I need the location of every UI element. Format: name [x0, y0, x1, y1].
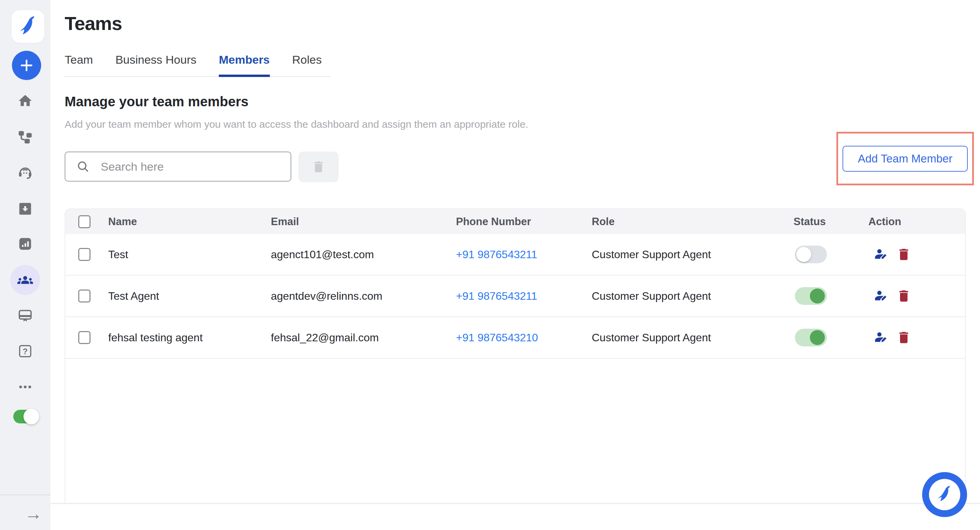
svg-text:?: ? — [23, 347, 28, 356]
sidebar-divider — [0, 495, 50, 495]
sidebar-item-support-agent[interactable] — [0, 158, 50, 188]
toggle-knob — [810, 330, 825, 345]
section-description: Add your team member whom you want to ac… — [65, 118, 528, 130]
sidebar-item-subscription[interactable] — [0, 301, 50, 331]
help-icon: ? — [18, 343, 33, 359]
trash-icon — [311, 160, 326, 174]
section-heading: Manage your team members — [65, 94, 248, 109]
status-toggle[interactable] — [795, 246, 827, 263]
table-row: Test Agent agentdev@relinns.com +91 9876… — [65, 276, 965, 317]
bot-status-toggle[interactable] — [13, 410, 38, 423]
sidebar-item-more[interactable] — [0, 372, 50, 402]
more-dots-icon — [18, 379, 33, 395]
member-role: Customer Support Agent — [592, 331, 794, 344]
penguin-icon — [935, 485, 954, 504]
chat-widget-launcher[interactable] — [922, 472, 967, 517]
tab-business-hours[interactable]: Business Hours — [115, 53, 196, 76]
sidebar-item-help[interactable]: ? — [0, 336, 50, 366]
sidebar: ? → — [0, 0, 50, 530]
sidebar-item-teams[interactable] — [0, 265, 50, 295]
select-all-checkbox[interactable] — [78, 215, 91, 228]
row-checkbox[interactable] — [78, 331, 91, 344]
tab-members[interactable]: Members — [219, 53, 269, 77]
sidebar-expand-arrow[interactable]: → — [24, 503, 42, 524]
tab-roles[interactable]: Roles — [292, 53, 322, 76]
content-bottom-divider — [50, 503, 980, 504]
sidebar-item-home[interactable] — [0, 86, 50, 116]
row-checkbox[interactable] — [78, 289, 91, 302]
penguin-icon — [17, 16, 39, 37]
table-header: Name Email Phone Number Role Status Acti… — [65, 209, 965, 234]
home-icon — [18, 93, 33, 109]
col-action: Action — [869, 216, 965, 228]
toggle-knob — [810, 289, 825, 303]
delete-member-icon[interactable] — [896, 289, 911, 303]
bulk-delete-button[interactable] — [298, 152, 339, 182]
member-email: agenct101@test.com — [271, 248, 456, 261]
table-row: fehsal testing agent fehsal_22@gmail.com… — [65, 317, 965, 359]
sidebar-item-bot-flow[interactable] — [0, 122, 50, 152]
edit-member-icon[interactable] — [873, 330, 888, 345]
page-title: Teams — [65, 12, 122, 34]
tab-bar: Team Business Hours Members Roles — [65, 53, 331, 77]
search-input[interactable] — [65, 152, 291, 182]
member-phone-link[interactable]: +91 9876543211 — [456, 290, 537, 302]
row-checkbox[interactable] — [78, 248, 91, 261]
col-role: Role — [592, 216, 794, 228]
delete-member-icon[interactable] — [896, 247, 911, 262]
search-box — [65, 152, 291, 182]
bot-flow-icon — [18, 129, 33, 145]
create-new-button[interactable] — [12, 51, 41, 80]
members-table: Name Email Phone Number Role Status Acti… — [65, 208, 966, 503]
chat-widget-inner — [929, 479, 960, 510]
annotation-highlight: Add Team Member — [837, 132, 974, 185]
delete-member-icon[interactable] — [896, 330, 911, 345]
brand-logo — [11, 10, 44, 43]
add-team-member-button[interactable]: Add Team Member — [843, 146, 968, 172]
status-toggle[interactable] — [795, 287, 827, 305]
subscription-badge-icon — [18, 308, 33, 324]
member-role: Customer Support Agent — [592, 248, 794, 261]
member-role: Customer Support Agent — [592, 290, 794, 302]
toggle-knob — [796, 247, 811, 262]
sidebar-item-analytics[interactable] — [0, 229, 50, 259]
member-name: Test — [108, 248, 271, 261]
edit-member-icon[interactable] — [873, 289, 888, 303]
main-content: Teams Team Business Hours Members Roles … — [50, 0, 980, 503]
member-phone-link[interactable]: +91 9876543211 — [456, 248, 537, 260]
member-email: fehsal_22@gmail.com — [271, 331, 456, 344]
member-name: Test Agent — [108, 290, 271, 302]
sidebar-item-inbox[interactable] — [0, 194, 50, 224]
member-name: fehsal testing agent — [108, 331, 271, 344]
col-status: Status — [794, 216, 869, 228]
member-email: agentdev@relinns.com — [271, 290, 456, 302]
col-email: Email — [271, 216, 456, 228]
toggle-knob — [24, 409, 39, 425]
bar-chart-icon — [18, 236, 33, 252]
col-phone: Phone Number — [456, 216, 592, 228]
edit-member-icon[interactable] — [873, 247, 888, 262]
teams-people-icon — [18, 272, 33, 288]
tab-team[interactable]: Team — [65, 53, 93, 76]
headset-agent-icon — [18, 165, 33, 180]
table-row: Test agenct101@test.com +91 9876543211 C… — [65, 234, 965, 276]
teams-page: ? → Teams Team Business Hours Members Ro… — [0, 0, 980, 530]
status-toggle[interactable] — [795, 329, 827, 346]
member-phone-link[interactable]: +91 9876543210 — [456, 331, 538, 344]
col-name: Name — [108, 216, 271, 228]
plus-icon — [19, 58, 34, 73]
inbox-download-icon — [18, 201, 33, 217]
